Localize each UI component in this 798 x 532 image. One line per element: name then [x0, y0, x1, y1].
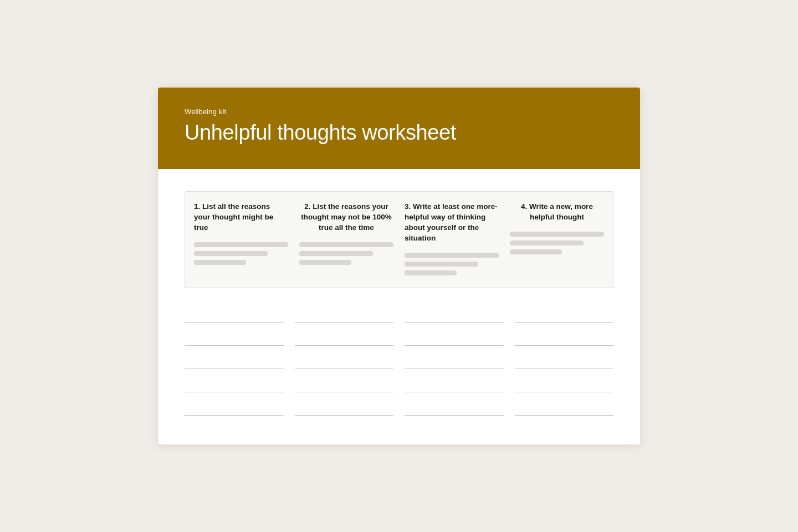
col-3-input-2[interactable] [405, 325, 504, 346]
column-2: 2. List the reasons your thought may not… [299, 202, 393, 265]
skeleton-line [510, 232, 604, 237]
col-2-input-3[interactable] [295, 348, 394, 369]
col-1-inputs [185, 301, 284, 418]
column-1: 1. List all the reasons your thought mig… [194, 202, 288, 265]
col-4-inputs [515, 301, 614, 418]
column-4: 4. Write a new, more helpful thought [510, 202, 604, 254]
page-title: Unhelpful thoughts worksheet [185, 121, 613, 145]
col-3-skeleton [405, 253, 499, 275]
column-3: 3. Write at least one more-helpful way o… [405, 202, 499, 275]
skeleton-line [510, 241, 584, 245]
col-1-input-5[interactable] [185, 395, 284, 416]
col-3-input-5[interactable] [405, 395, 504, 416]
input-lines-grid [185, 301, 613, 418]
skeleton-line [299, 260, 351, 265]
col-2-inputs [295, 301, 394, 418]
skeleton-line [194, 260, 246, 265]
col-4-input-4[interactable] [515, 371, 614, 392]
col-3-input-4[interactable] [405, 371, 504, 392]
col-2-input-4[interactable] [295, 371, 394, 392]
col-1-skeleton [194, 242, 288, 265]
col-1-header: 1. List all the reasons your thought mig… [194, 202, 288, 233]
col-3-input-3[interactable] [405, 348, 504, 369]
header-section: Wellbeing kit Unhelpful thoughts workshe… [158, 88, 640, 169]
highlighted-row: 1. List all the reasons your thought mig… [185, 191, 613, 288]
skeleton-line [194, 242, 288, 247]
skeleton-line [510, 249, 562, 254]
col-4-input-1[interactable] [515, 301, 614, 323]
col-4-input-3[interactable] [515, 348, 614, 369]
skeleton-line [405, 253, 499, 258]
col-4-header: 4. Write a new, more helpful thought [510, 202, 604, 223]
col-4-input-2[interactable] [515, 325, 614, 346]
worksheet-container: Wellbeing kit Unhelpful thoughts workshe… [158, 88, 640, 444]
content-area: 1. List all the reasons your thought mig… [158, 169, 640, 444]
col-3-inputs [405, 301, 504, 418]
col-1-input-1[interactable] [185, 301, 284, 323]
columns-header-grid: 1. List all the reasons your thought mig… [194, 202, 604, 275]
col-4-skeleton [510, 232, 604, 254]
col-1-input-4[interactable] [185, 371, 284, 392]
skeleton-line [405, 262, 478, 267]
col-3-header: 3. Write at least one more-helpful way o… [405, 202, 499, 244]
skeleton-line [299, 251, 373, 256]
col-2-input-1[interactable] [295, 301, 394, 323]
col-2-input-2[interactable] [295, 325, 394, 346]
skeleton-line [405, 270, 457, 275]
col-2-header: 2. List the reasons your thought may not… [299, 202, 393, 233]
col-2-skeleton [299, 242, 393, 265]
skeleton-line [194, 251, 268, 256]
col-4-input-5[interactable] [515, 395, 614, 416]
kit-label: Wellbeing kit [185, 108, 613, 116]
col-1-input-2[interactable] [185, 325, 284, 346]
col-2-input-5[interactable] [295, 395, 394, 416]
col-3-input-1[interactable] [405, 301, 504, 323]
col-1-input-3[interactable] [185, 348, 284, 369]
skeleton-line [299, 242, 393, 247]
